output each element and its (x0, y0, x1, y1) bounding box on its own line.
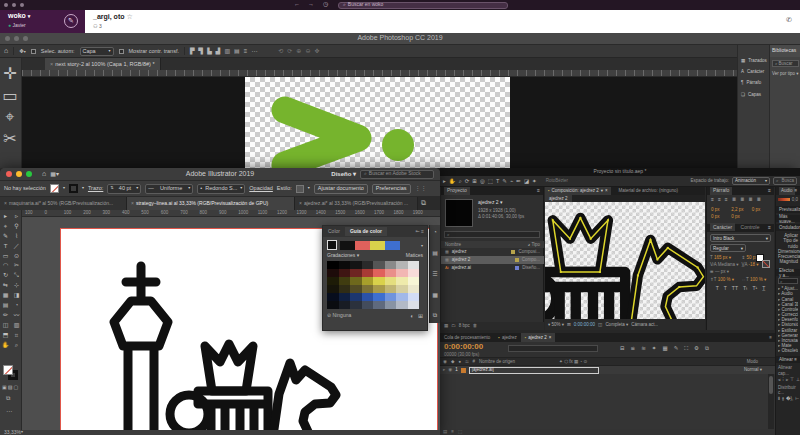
font-style-dropdown[interactable]: Regular▾ (710, 244, 746, 252)
timeline-search-input[interactable] (508, 345, 598, 352)
timeline-icon[interactable]: ✎ (674, 345, 679, 351)
ps-tool-icon[interactable]: ✛ (3, 64, 16, 83)
kerning-field[interactable]: V∕A Mediana ▾ (710, 262, 740, 267)
close-icon[interactable]: × (50, 61, 53, 67)
project-search-input[interactable]: ⌕ (444, 231, 540, 238)
close-icon[interactable]: × (299, 201, 302, 207)
color-variation-swatch[interactable] (339, 301, 351, 309)
color-variation-swatch[interactable] (362, 293, 374, 301)
option-icon[interactable]: ⟳ (287, 48, 292, 55)
effects-search-input[interactable]: ⌕ (778, 278, 798, 284)
color-variation-swatch[interactable] (362, 261, 374, 269)
project-comp-name[interactable]: ajedrez 2 (478, 199, 499, 205)
audio-tab[interactable]: Audio (779, 187, 795, 194)
ai-tool-icon[interactable]: ✏ (3, 312, 8, 319)
ai-tool-icon[interactable]: ／ (14, 243, 20, 250)
ai-tool-icon[interactable]: ✎ (3, 233, 8, 240)
panel-collapse-icon[interactable]: ⇤ ≡ (416, 229, 428, 235)
panel-menu-icon[interactable]: ≡ (769, 335, 775, 340)
home-icon[interactable]: ⌂ (42, 170, 46, 178)
ai-tool-icon[interactable]: ⌇ (15, 233, 18, 240)
comp-zoom-dropdown[interactable]: ▾ 50% ▾ (548, 322, 564, 327)
toolbar-overflow-icon[interactable]: ⋯ (6, 408, 12, 415)
color-variation-swatch[interactable] (408, 285, 420, 293)
color-variation-swatch[interactable] (327, 293, 339, 301)
type-style-icon[interactable]: T¹ (752, 286, 757, 292)
autoselect-layer-dropdown[interactable]: Capa▾ (80, 47, 114, 56)
distribute-icon[interactable]: ⫴ (778, 396, 780, 401)
ae-tool-icon[interactable]: ◎ (480, 178, 485, 184)
color-variation-swatch[interactable] (385, 301, 397, 309)
ae-tool-icon[interactable]: ✋ (449, 178, 456, 184)
ai-tool-icon[interactable]: 〰 (13, 312, 19, 319)
color-guide-tab[interactable]: Guía de color (345, 227, 387, 237)
home-icon[interactable]: ⌂ (4, 47, 8, 55)
distribute-icons[interactable]: ⫴⫵�),⊢⊨⊪ (776, 395, 800, 402)
effect-category-item[interactable]: Estilizar (778, 328, 798, 333)
align-icon[interactable]: ≡ (718, 197, 721, 203)
fill-stroke-widget[interactable] (3, 365, 19, 381)
audio-icon[interactable]: ◆ (451, 359, 454, 364)
color-variation-swatch[interactable] (385, 293, 397, 301)
close-icon[interactable]: × (549, 335, 552, 340)
align-icon[interactable]: ▤ (234, 48, 240, 55)
color-variation-swatch[interactable] (373, 277, 385, 285)
layer-mode-dropdown[interactable]: Normal ▾ (744, 367, 762, 372)
wiggler-panel-header[interactable]: Ondulador (776, 224, 800, 231)
ae-tool-icon[interactable]: ◪ (524, 178, 529, 184)
comp-viewport[interactable] (545, 202, 705, 319)
align-icon[interactable]: ≡ (244, 48, 248, 55)
timeline-icon[interactable]: ⧉ (705, 345, 709, 351)
layout-icon[interactable]: ▦▾ (50, 171, 59, 178)
maximize-window-button[interactable] (26, 171, 32, 177)
color-variation-swatch[interactable] (339, 277, 351, 285)
ai-tool-icon[interactable]: ▸ (4, 213, 7, 220)
timeline-footer-icons[interactable]: ▤≡⬚ (443, 429, 462, 434)
project-item-row[interactable]: ▦ajedrez 2Compo... (441, 256, 544, 264)
color-variation-swatch[interactable] (373, 261, 385, 269)
color-variation-swatch[interactable] (408, 277, 420, 285)
minimize-window-button[interactable] (16, 171, 22, 177)
ae-tool-icon[interactable]: ▸ (443, 178, 446, 184)
ai-tool-icon[interactable]: ⇆ (3, 282, 8, 289)
vertical-scale-field[interactable]: ⇑T 100 % ▾ (710, 277, 740, 282)
color-variation-swatch[interactable] (408, 269, 420, 277)
align-icon[interactable]: ⊥ (796, 377, 800, 382)
ae-tool-icon[interactable]: ⬚ (488, 178, 493, 184)
color-variation-swatch[interactable] (339, 285, 351, 293)
comp-tab-main[interactable]: ▪ Composición: ajedrez 2▾× (545, 187, 611, 195)
label-color-swatch[interactable] (515, 266, 519, 270)
align-icon[interactable]: ▛ (190, 48, 195, 55)
color-variation-swatch[interactable] (408, 301, 420, 309)
color-variation-swatch[interactable] (396, 269, 408, 277)
safe-zones-icon[interactable]: ⊞ (567, 322, 571, 327)
close-icon[interactable]: × (605, 188, 608, 193)
comp-camera-dropdown[interactable]: Cámara act... (631, 322, 658, 327)
option-icon[interactable]: ⊖ (305, 48, 310, 55)
window-control-dot[interactable] (20, 3, 24, 7)
stroke-color-swatch[interactable] (762, 260, 770, 268)
opacity-label[interactable]: Opacidad (249, 185, 273, 191)
ai-tool-icon[interactable]: ◠ (3, 262, 8, 269)
align-icon[interactable]: ⊤ (790, 377, 794, 382)
workspace-name[interactable]: woko (8, 12, 26, 19)
ai-tool-icon[interactable]: ⊹ (14, 282, 19, 289)
color-variation-swatch[interactable] (350, 285, 362, 293)
fill-indicator[interactable] (3, 365, 13, 375)
nav-back-icon[interactable]: ← (294, 1, 300, 8)
selected-color-swatch[interactable] (327, 240, 337, 250)
font-family-dropdown[interactable]: Intro Black▾ (710, 234, 771, 242)
ai-tool-icon[interactable]: ▥ (14, 322, 20, 329)
doc-tab-ajedrez[interactable]: ×ajedrez.ai* al 33,33% (RGB/Previsualiza… (295, 197, 418, 210)
member-count[interactable]: 3 (99, 23, 102, 29)
color-variation-swatch[interactable] (350, 261, 362, 269)
ae-tools[interactable]: ▸✋⌕⟳⊞◎⬚T✎⌁✏◪✦ (443, 178, 537, 184)
paragraph-tab[interactable]: Párrafo (710, 187, 732, 195)
zoom-level[interactable]: 33,33% (4, 430, 21, 435)
close-icon[interactable]: × (131, 201, 134, 207)
window-control-dot[interactable] (4, 3, 8, 7)
color-mode-buttons[interactable]: ▣▨▢ (2, 385, 18, 391)
align-icon[interactable]: ▜ (199, 48, 204, 55)
character-tab[interactable]: Carácter (710, 223, 735, 231)
history-clock-icon[interactable]: ◷ (323, 1, 328, 8)
